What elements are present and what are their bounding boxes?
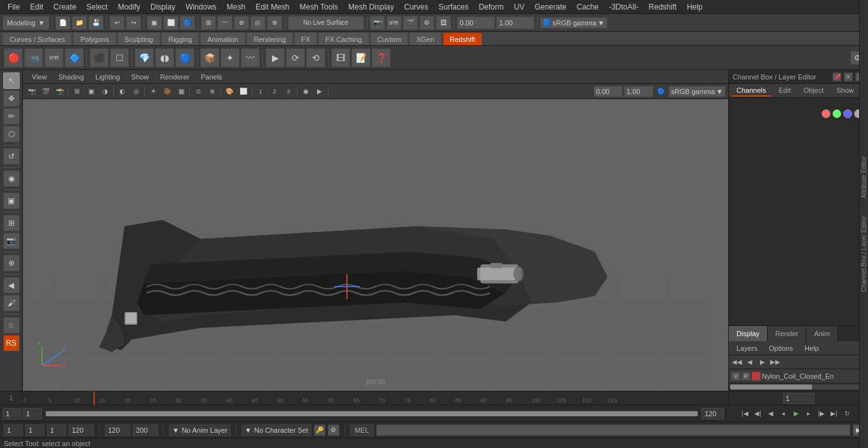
- layers-menu-help[interactable]: Help: [799, 343, 824, 353]
- vp-camera2-btn[interactable]: 📸: [53, 86, 66, 97]
- marquee-button[interactable]: ▣: [3, 193, 20, 209]
- transport-loop-button[interactable]: ↻: [841, 408, 853, 419]
- soft-select-button[interactable]: ◉: [3, 170, 20, 187]
- shelf-icon-7[interactable]: 💎: [135, 48, 154, 67]
- render-settings-button[interactable]: ⚙: [419, 16, 435, 30]
- shelf-tab-custom[interactable]: Custom: [370, 32, 409, 45]
- snap-live-button[interactable]: ⊗: [267, 16, 282, 30]
- new-file-button[interactable]: 📄: [55, 16, 71, 30]
- vp-light2-btn[interactable]: 🔆: [161, 86, 173, 97]
- camera-button[interactable]: 📷: [370, 16, 385, 30]
- channel-box-tab[interactable]: Channel Box / Layer Editor: [860, 214, 867, 295]
- cb-tab-show[interactable]: Show: [831, 85, 859, 97]
- scroll-area[interactable]: [729, 383, 868, 391]
- playback-max-input[interactable]: [133, 424, 158, 436]
- transport-step-back-button[interactable]: ◀: [765, 408, 776, 419]
- shelf-tab-fx[interactable]: FX: [294, 32, 317, 45]
- menu-mesh[interactable]: Mesh: [222, 1, 250, 13]
- transport-step-fwd-button[interactable]: ▸: [803, 408, 815, 419]
- scroll-track[interactable]: [730, 384, 867, 390]
- vp-res-low-btn[interactable]: 1: [254, 86, 267, 97]
- vp-value-2[interactable]: [624, 86, 653, 97]
- display-tab-display[interactable]: Display: [729, 326, 768, 341]
- shelf-icon-12[interactable]: 〰: [241, 48, 260, 67]
- shelf-icon-1[interactable]: 🔴: [4, 48, 23, 67]
- universal-manip-button[interactable]: ⊞: [3, 215, 20, 231]
- shelf-tab-rigging[interactable]: Rigging: [161, 32, 199, 45]
- vp-menu-panels[interactable]: Panels: [196, 72, 227, 82]
- layer-prev-btn[interactable]: ◀◀: [731, 356, 743, 368]
- vp-color-space-icon[interactable]: 🔵: [654, 86, 667, 97]
- vp-depth-btn[interactable]: ⊗: [206, 86, 219, 97]
- layers-menu-layers[interactable]: Layers: [731, 343, 763, 353]
- vp-menu-renderer[interactable]: Renderer: [155, 72, 194, 82]
- ipr-button[interactable]: IPR: [386, 16, 402, 30]
- shelf-icon-17[interactable]: 📝: [351, 48, 370, 67]
- menu-redshift[interactable]: Redshift: [644, 1, 682, 13]
- color-space-button[interactable]: 🔵 sRGB gamma ▼: [540, 17, 607, 29]
- workspace-dropdown[interactable]: Modeling ▼: [3, 16, 50, 30]
- snap-curve-button[interactable]: 〰: [217, 16, 233, 30]
- anim-layer-dropdown[interactable]: ▼ No Anim Layer: [169, 424, 231, 436]
- vp-color-space-dropdown[interactable]: sRGB gamma ▼: [668, 86, 726, 97]
- shelf-icon-15[interactable]: ⟲: [306, 48, 325, 67]
- playback-end-input[interactable]: [105, 424, 130, 436]
- menu-help[interactable]: Help: [682, 1, 708, 13]
- menu-uv[interactable]: UV: [509, 1, 530, 13]
- paint-tool-button[interactable]: ✏: [3, 108, 20, 125]
- layers-menu-options[interactable]: Options: [764, 343, 798, 353]
- undo-button[interactable]: ↩: [109, 16, 125, 30]
- shelf-icon-11[interactable]: ✦: [220, 48, 240, 67]
- attr-editor-tab[interactable]: Attribute Editor: [860, 154, 867, 201]
- vp-camera-btn[interactable]: 📷: [25, 86, 38, 97]
- paint-select-button[interactable]: 🔵: [180, 16, 195, 30]
- shelf-tab-sculpting[interactable]: Sculpting: [118, 32, 160, 45]
- rotate-tool-button[interactable]: ↺: [3, 148, 20, 165]
- end-frame-1[interactable]: [702, 408, 724, 419]
- color-swatch-2[interactable]: [832, 109, 841, 118]
- shelf-icon-2[interactable]: 📹: [24, 48, 43, 67]
- open-file-button[interactable]: 📁: [72, 16, 87, 30]
- snap-point-button[interactable]: ⊕: [234, 16, 249, 30]
- layer-next2-btn[interactable]: ▶▶: [770, 356, 781, 368]
- vp-menu-view[interactable]: View: [27, 72, 52, 82]
- transport-play-fwd-button[interactable]: ▶: [790, 408, 802, 419]
- select-mode-button[interactable]: ▣: [147, 16, 162, 30]
- vp-res-med-btn[interactable]: 2: [268, 86, 281, 97]
- shelf-tab-curves-surfaces[interactable]: Curves / Surfaces: [3, 32, 72, 45]
- shelf-tab-rendering[interactable]: Rendering: [247, 32, 293, 45]
- menu-cache[interactable]: Cache: [571, 1, 604, 13]
- menu-create[interactable]: Create: [48, 1, 81, 13]
- show-manip-button[interactable]: ☆: [3, 317, 20, 334]
- layer-color-swatch[interactable]: [752, 372, 761, 381]
- value-field-2[interactable]: [496, 17, 534, 29]
- vp-res-high-btn[interactable]: 3: [282, 86, 295, 97]
- start-frame-2[interactable]: [23, 408, 42, 419]
- menu-mesh-tools[interactable]: Mesh Tools: [295, 1, 343, 13]
- move-tool-button[interactable]: ✥: [3, 90, 20, 107]
- scroll-thumb[interactable]: [730, 384, 812, 390]
- rp-pin-button[interactable]: 📌: [832, 72, 841, 81]
- menu-edit[interactable]: Edit: [25, 1, 48, 13]
- color-swatch-1[interactable]: [822, 109, 831, 118]
- char-set-icon-1[interactable]: 🔑: [314, 424, 325, 436]
- transport-rewind-button[interactable]: |◀: [740, 408, 751, 419]
- vp-shadow-btn[interactable]: ▦: [175, 86, 187, 97]
- menu-3dtoall[interactable]: -3DtoAll-: [604, 1, 644, 13]
- layer-prev2-btn[interactable]: ◀: [744, 356, 756, 368]
- shelf-icon-4[interactable]: 🔷: [65, 48, 84, 67]
- shelf-icon-3[interactable]: IPR: [44, 48, 64, 67]
- menu-surfaces[interactable]: Surfaces: [433, 1, 473, 13]
- menu-mesh-display[interactable]: Mesh Display: [343, 1, 399, 13]
- shelf-icon-18[interactable]: ❓: [372, 48, 391, 67]
- vp-menu-shading[interactable]: Shading: [53, 72, 89, 82]
- lasso-tool-button[interactable]: ⬡: [3, 126, 20, 142]
- snap-to-together-button[interactable]: ⊕: [3, 255, 20, 271]
- script-input[interactable]: [376, 424, 850, 436]
- snap-grid-button[interactable]: ⊞: [201, 16, 216, 30]
- layer-pickable-btn[interactable]: P: [742, 372, 750, 381]
- menu-generate[interactable]: Generate: [529, 1, 571, 13]
- start-frame-1[interactable]: [3, 408, 22, 419]
- shelf-tab-xgen[interactable]: XGen: [409, 32, 441, 45]
- transport-prev-key-button[interactable]: ◀|: [752, 408, 764, 419]
